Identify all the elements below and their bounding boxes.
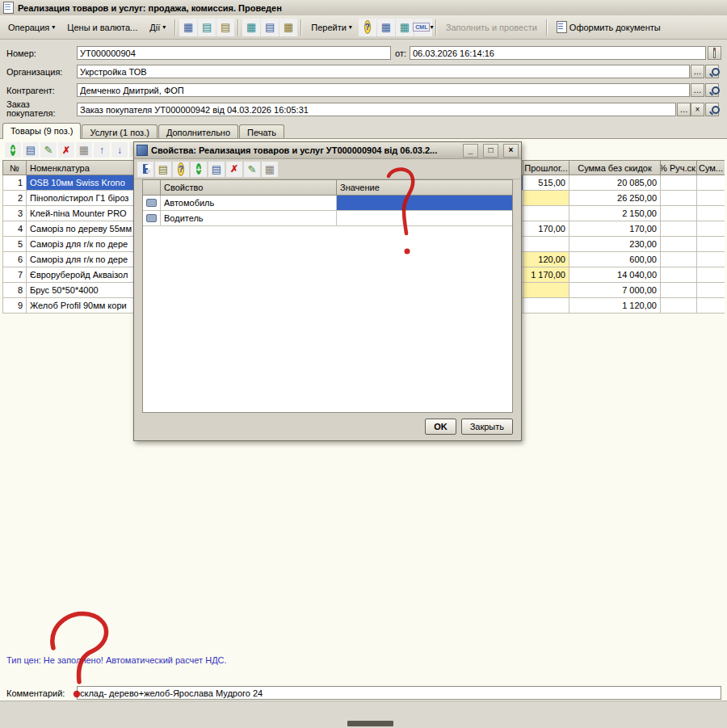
- order-clear-button[interactable]: ×: [691, 103, 704, 116]
- fill-and-post-button[interactable]: Заполнить и провести: [440, 19, 543, 36]
- move-up-button[interactable]: ↑: [94, 142, 110, 158]
- document-window: Реализация товаров и услуг: продажа, ком…: [0, 0, 727, 728]
- table-icon: ▦: [381, 21, 391, 33]
- contractor-open-button[interactable]: [705, 83, 719, 97]
- close-button[interactable]: Закрыть: [461, 419, 513, 435]
- operation-menu-button[interactable]: Операция ▾: [2, 19, 61, 36]
- window-title: Реализация товаров и услуг: продажа, ком…: [18, 3, 282, 13]
- dialog-save-button[interactable]: [137, 162, 153, 177]
- header-sum[interactable]: Сум...: [697, 160, 725, 175]
- write-icon: ▤: [158, 163, 168, 175]
- move-down-icon: ↓: [117, 145, 122, 156]
- ellipsis-icon: …: [694, 68, 702, 76]
- date-input[interactable]: [410, 46, 706, 60]
- property-row[interactable]: Водитель: [143, 211, 512, 226]
- header-price[interactable]: Прошлог...: [523, 160, 569, 175]
- number-input[interactable]: [77, 46, 391, 60]
- prices-currency-button[interactable]: Цены и валюта...: [61, 19, 143, 36]
- property-marker-icon: [146, 199, 157, 207]
- dialog-write-button[interactable]: ▤: [155, 162, 171, 177]
- dialog-disabled-button[interactable]: ▦: [262, 162, 278, 177]
- property-name-cell: Автомобиль: [161, 196, 337, 211]
- reread-icon: ▤: [202, 21, 212, 33]
- goto-menu-button[interactable]: Перейти ▾: [305, 19, 358, 36]
- copy-icon: ▤: [221, 21, 230, 33]
- copy-button[interactable]: ▤: [216, 19, 234, 36]
- chevron-down-icon: ▾: [162, 24, 166, 31]
- dialog-edit-button[interactable]: ✎: [244, 162, 260, 177]
- tab-3[interactable]: Дополнительно: [158, 124, 238, 139]
- post-document-button[interactable]: ▦: [242, 19, 260, 36]
- sum-no-discount-cell: 1 120,00: [569, 298, 661, 314]
- order-select-button[interactable]: …: [677, 103, 691, 116]
- sum-no-discount-cell: 7 000,00: [569, 283, 661, 298]
- dialog-titlebar[interactable]: Свойства: Реализация товаров и услуг УТ0…: [134, 142, 521, 159]
- calendar-button[interactable]: [708, 46, 721, 60]
- contractor-select-button[interactable]: …: [691, 83, 704, 97]
- sum-no-discount-cell: 14 040,00: [569, 267, 661, 283]
- add-row-button[interactable]: +: [5, 142, 21, 158]
- order-list-icon: ▦: [79, 144, 89, 156]
- status-bar: [0, 701, 727, 728]
- number-label: Номер:: [6, 48, 36, 58]
- dialog-toolbar: ▤ ? + ▤ ✗ ✎ ▦: [134, 159, 521, 179]
- make-documents-icon: [557, 21, 567, 33]
- organization-input[interactable]: [77, 65, 690, 78]
- property-row[interactable]: Автомобиль: [143, 196, 512, 211]
- move-down-button[interactable]: ↓: [111, 142, 128, 158]
- order-open-button[interactable]: [705, 103, 719, 116]
- order-input[interactable]: [77, 103, 676, 116]
- actions-menu-button[interactable]: Дії ▾: [144, 19, 171, 36]
- organization-select-button[interactable]: …: [691, 65, 704, 78]
- ok-button[interactable]: OK: [425, 419, 456, 435]
- dialog-delete-button[interactable]: ✗: [226, 162, 242, 177]
- make-documents-button[interactable]: Оформить документы: [551, 19, 666, 36]
- make-documents-label: Оформить документы: [569, 23, 661, 32]
- header-property[interactable]: Свойство: [161, 180, 337, 196]
- delete-row-button[interactable]: ✗: [58, 142, 74, 158]
- edit-row-button[interactable]: ✎: [40, 142, 57, 158]
- properties-dialog: Свойства: Реализация товаров и услуг УТ0…: [133, 141, 522, 441]
- structure-button[interactable]: ▦: [396, 19, 414, 36]
- price-cell: 1 170,00: [523, 267, 569, 283]
- chevron-down-icon: ▾: [430, 24, 433, 31]
- price-cell: 120,00: [523, 252, 569, 267]
- copy-row-button[interactable]: ▤: [23, 142, 39, 158]
- price-type-info: Тип цен: Не заполнено! Автоматический ра…: [6, 655, 227, 665]
- header-sum-no-discount[interactable]: Сумма без скидок: [569, 160, 661, 175]
- tab-2[interactable]: Услуги (1 поз.): [82, 124, 157, 139]
- tab-4[interactable]: Печать: [239, 124, 284, 139]
- row-number-cell: 4: [2, 221, 27, 237]
- manual-discount-cell: [661, 252, 697, 267]
- ellipsis-icon: …: [694, 86, 702, 95]
- order-list-button[interactable]: ▦: [76, 142, 92, 158]
- dialog-add-button[interactable]: +: [191, 162, 207, 177]
- property-value-cell[interactable]: [337, 196, 512, 211]
- dialog-minimize-button[interactable]: _: [463, 144, 478, 158]
- help-button[interactable]: ?: [359, 19, 376, 36]
- xml-exchange-button[interactable]: CML▾: [414, 19, 432, 36]
- header-value[interactable]: Значение: [337, 180, 512, 196]
- report-table-button[interactable]: ▦: [377, 19, 395, 36]
- property-value-cell[interactable]: [337, 211, 512, 226]
- unpost-document-button[interactable]: ▤: [261, 19, 279, 36]
- tab-1[interactable]: Товары (9 поз.): [2, 123, 81, 139]
- movements-button[interactable]: ▦: [279, 19, 297, 36]
- horizontal-scrollbar-thumb[interactable]: [347, 721, 393, 726]
- sum-cell: [697, 175, 725, 191]
- dialog-help-button[interactable]: ?: [173, 162, 189, 177]
- dialog-copy-button[interactable]: ▤: [208, 162, 225, 177]
- calendar-icon: [713, 48, 716, 58]
- select-list-button[interactable]: ▦: [179, 19, 197, 36]
- dialog-close-button[interactable]: ×: [503, 144, 519, 158]
- contractor-input[interactable]: [77, 83, 690, 97]
- comment-input[interactable]: [77, 686, 721, 700]
- header-num[interactable]: №: [2, 160, 27, 175]
- organization-open-button[interactable]: [705, 65, 719, 78]
- reread-button[interactable]: ▤: [198, 19, 216, 36]
- manual-discount-cell: [661, 221, 697, 237]
- header-manual-discount[interactable]: % Руч.ск.: [661, 160, 697, 175]
- sum-no-discount-cell: 170,00: [569, 221, 661, 237]
- dialog-maximize-button[interactable]: □: [483, 144, 498, 158]
- manual-discount-cell: [661, 175, 697, 191]
